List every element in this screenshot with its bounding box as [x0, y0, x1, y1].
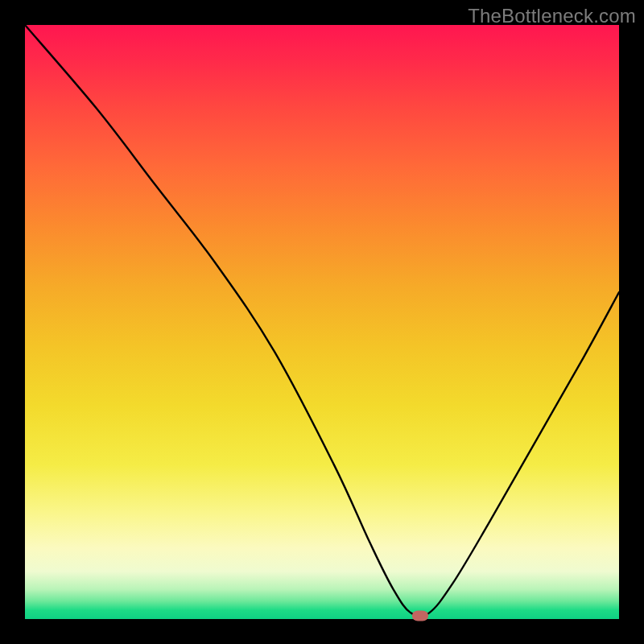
- watermark-text: TheBottleneck.com: [468, 5, 636, 27]
- bottleneck-curve: [25, 25, 619, 619]
- optimum-marker: [412, 611, 428, 621]
- plot-area: [25, 25, 619, 619]
- chart-container: TheBottleneck.com: [0, 0, 644, 644]
